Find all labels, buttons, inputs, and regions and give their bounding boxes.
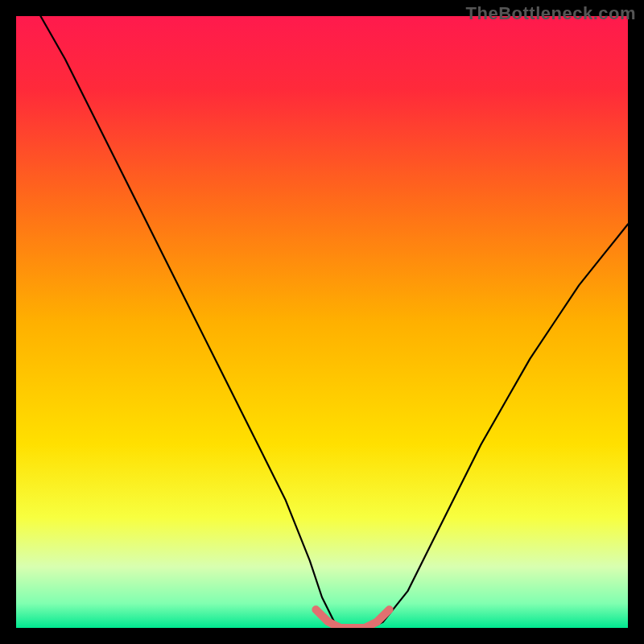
plot-area xyxy=(16,16,628,628)
gradient-background xyxy=(16,16,628,628)
chart-svg xyxy=(16,16,628,628)
chart-frame: TheBottleneck.com xyxy=(0,0,644,644)
watermark-text: TheBottleneck.com xyxy=(466,3,636,24)
